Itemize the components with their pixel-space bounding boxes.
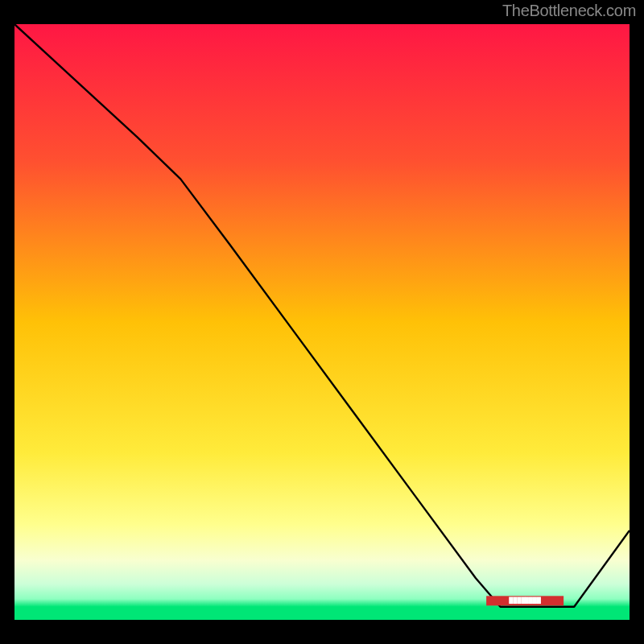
attribution-text: TheBottleneck.com: [502, 2, 636, 20]
bottleneck-chart: [14, 24, 630, 620]
